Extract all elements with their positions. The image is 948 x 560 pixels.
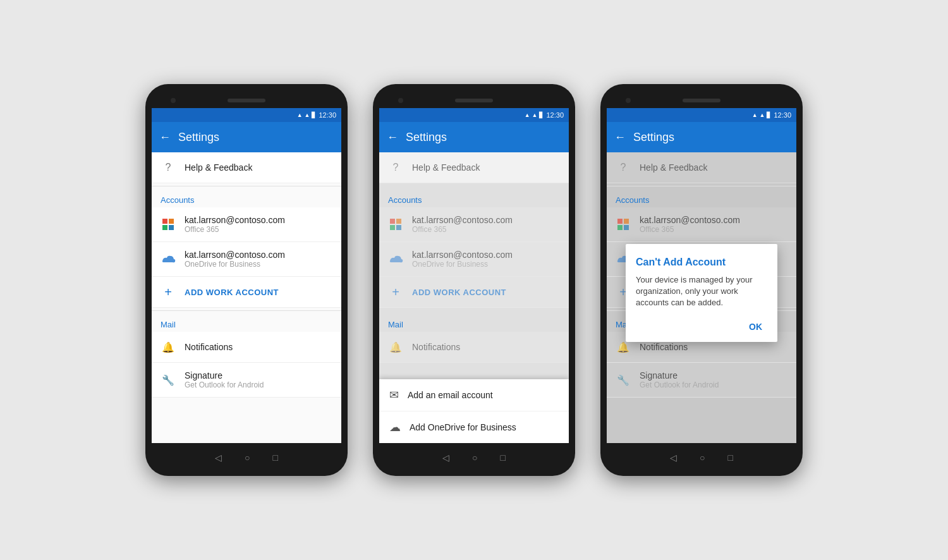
back-nav-icon-1[interactable]: ◁ <box>215 453 222 463</box>
back-arrow-2[interactable]: ← <box>387 131 398 144</box>
signal-icon: ▲ <box>305 112 310 118</box>
svg-rect-0 <box>162 219 167 224</box>
phone-1: ▲ ▲ ▊ 12:30 ← Settings ? Help & Feedback <box>145 84 348 476</box>
dialog-ok-button-3[interactable]: OK <box>744 319 767 334</box>
notifications-label-2: Notifications <box>412 342 460 352</box>
pen-icon-3: 🔧 <box>616 372 631 387</box>
account1-type-1: Office 365 <box>185 225 285 234</box>
bottom-nav-3: ◁ ○ □ <box>607 448 796 467</box>
dropdown-email-item-2[interactable]: ✉ Add an email account <box>379 379 569 411</box>
settings-content-3: ? Help & Feedback Accounts <box>607 152 796 443</box>
account1-email-2: kat.larrson@contoso.com <box>412 215 513 225</box>
help-feedback-item-1[interactable]: ? Help & Feedback <box>152 152 341 183</box>
onedrive-icon-2 <box>388 252 403 267</box>
help-icon-3: ? <box>616 160 631 175</box>
dialog-title-3: Can't Add Account <box>636 257 767 268</box>
signature-label-3: Signature <box>640 370 719 380</box>
help-feedback-label-2: Help & Feedback <box>412 162 480 173</box>
camera-3 <box>626 98 631 103</box>
speaker-1 <box>228 99 265 102</box>
battery-icon: ▊ <box>312 112 316 118</box>
add-work-btn-1[interactable]: + ADD WORK ACCOUNT <box>152 277 341 308</box>
signal-icon-3: ▲ <box>760 112 765 118</box>
app-title-2: Settings <box>406 131 447 144</box>
accounts-header-1: Accounts <box>152 189 341 207</box>
help-feedback-label-1: Help & Feedback <box>185 162 252 173</box>
svg-rect-8 <box>617 219 623 224</box>
notifications-label-3: Notifications <box>640 342 688 352</box>
bell-icon-1: 🔔 <box>161 339 176 355</box>
account1-type-3: Office 365 <box>640 225 740 234</box>
svg-rect-6 <box>390 225 395 230</box>
dialog-actions-3: OK <box>636 319 767 334</box>
svg-rect-11 <box>624 225 629 230</box>
signal-icon-2: ▲ <box>532 112 538 118</box>
signature-label-1: Signature <box>185 370 264 380</box>
help-feedback-item-2: ? Help & Feedback <box>379 152 569 183</box>
back-nav-icon-3[interactable]: ◁ <box>670 453 677 463</box>
signature-item-3: 🔧 Signature Get Outlook for Android <box>607 363 796 398</box>
bottom-nav-2: ◁ ○ □ <box>379 448 569 467</box>
back-arrow-3[interactable]: ← <box>614 131 626 144</box>
home-nav-icon-1[interactable]: ○ <box>245 453 250 463</box>
status-bar-2: ▲ ▲ ▊ 12:30 <box>379 108 569 122</box>
account2-item-2: kat.larrson@contoso.com OneDrive for Bus… <box>379 242 569 277</box>
account2-text-1: kat.larrson@contoso.com OneDrive for Bus… <box>185 250 285 269</box>
wifi-icon: ▲ <box>297 112 303 118</box>
phone-3: ▲ ▲ ▊ 12:30 ← Settings ? Help & Feedback… <box>600 84 803 476</box>
account1-item-2: kat.larrson@contoso.com Office 365 <box>379 207 569 242</box>
bell-icon-2: 🔔 <box>388 339 403 355</box>
account1-item-1[interactable]: kat.larrson@contoso.com Office 365 <box>152 207 341 242</box>
signature-text-1: Signature Get Outlook for Android <box>185 370 264 389</box>
status-time-1: 12:30 <box>319 111 336 119</box>
signature-sub-3: Get Outlook for Android <box>640 380 719 389</box>
status-bar-1: ▲ ▲ ▊ 12:30 <box>152 108 341 122</box>
account1-type-2: Office 365 <box>412 225 513 234</box>
dropdown-onedrive-item-2[interactable]: ☁ Add OneDrive for Business <box>379 411 569 443</box>
app-bar-2: ← Settings <box>379 122 569 152</box>
help-feedback-label-3: Help & Feedback <box>640 162 707 173</box>
divider-1b <box>152 310 341 311</box>
speaker-2 <box>455 99 493 102</box>
svg-rect-10 <box>617 225 623 230</box>
add-work-label-2: ADD WORK ACCOUNT <box>412 288 506 297</box>
phone-top-bar-3 <box>607 93 796 108</box>
home-nav-icon-3[interactable]: ○ <box>700 453 705 463</box>
signature-item-1[interactable]: 🔧 Signature Get Outlook for Android <box>152 363 341 398</box>
svg-rect-5 <box>396 219 401 224</box>
add-work-label-1: ADD WORK ACCOUNT <box>185 288 279 297</box>
divider-2a <box>379 186 569 186</box>
status-icons-3: ▲ ▲ ▊ <box>752 112 772 118</box>
signature-sub-1: Get Outlook for Android <box>185 380 264 389</box>
pen-icon-1: 🔧 <box>161 372 176 387</box>
mail-header-1: Mail <box>152 313 341 332</box>
account2-item-1[interactable]: kat.larrson@contoso.com OneDrive for Bus… <box>152 242 341 277</box>
office365-icon-2 <box>388 217 403 232</box>
recents-nav-icon-2[interactable]: □ <box>501 453 506 463</box>
settings-content-1: ? Help & Feedback Accounts <box>152 152 341 443</box>
accounts-header-3: Accounts <box>607 189 796 207</box>
camera-2 <box>398 98 403 103</box>
bottom-nav-1: ◁ ○ □ <box>152 448 341 467</box>
back-nav-icon-2[interactable]: ◁ <box>442 453 449 463</box>
notifications-item-1[interactable]: 🔔 Notifications <box>152 332 341 363</box>
account1-item-3: kat.larrson@contoso.com Office 365 <box>607 207 796 242</box>
office365-icon-1 <box>161 217 176 232</box>
svg-rect-1 <box>169 219 174 224</box>
account2-email-2: kat.larrson@contoso.com <box>412 250 513 260</box>
onedrive-icon-1 <box>161 252 176 267</box>
recents-nav-icon-1[interactable]: □ <box>273 453 278 463</box>
account1-email-3: kat.larrson@contoso.com <box>640 215 740 225</box>
help-icon-1: ? <box>161 160 176 175</box>
mail-header-2: Mail <box>379 313 569 332</box>
status-icons-1: ▲ ▲ ▊ <box>297 112 317 118</box>
svg-rect-4 <box>390 219 395 224</box>
account2-email-1: kat.larrson@contoso.com <box>185 250 285 260</box>
battery-icon-3: ▊ <box>767 112 771 118</box>
home-nav-icon-2[interactable]: ○ <box>472 453 477 463</box>
svg-rect-9 <box>624 219 629 224</box>
phones-container: ▲ ▲ ▊ 12:30 ← Settings ? Help & Feedback <box>145 84 803 476</box>
back-arrow-1[interactable]: ← <box>159 131 171 144</box>
recents-nav-icon-3[interactable]: □ <box>728 453 733 463</box>
help-icon-2: ? <box>388 160 403 175</box>
